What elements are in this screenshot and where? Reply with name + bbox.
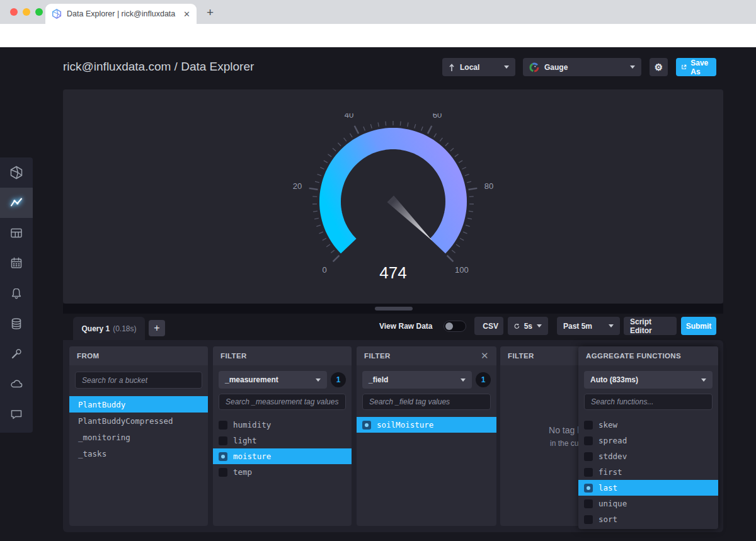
window-zoom-button[interactable] bbox=[35, 8, 43, 16]
window-period-label: Auto (833ms) bbox=[590, 375, 638, 384]
window-minimize-button[interactable] bbox=[23, 8, 30, 16]
checkbox[interactable] bbox=[219, 452, 227, 461]
bucket-item[interactable]: _tasks bbox=[69, 445, 208, 462]
sidebar-item-usage-cloud[interactable] bbox=[0, 369, 33, 399]
function-item[interactable]: skew bbox=[578, 417, 718, 433]
bucket-item[interactable]: _monitoring bbox=[69, 429, 208, 445]
checkbox[interactable] bbox=[584, 499, 593, 508]
sidebar-item-dashboards[interactable] bbox=[0, 218, 33, 248]
from-title: FROM bbox=[77, 352, 99, 360]
field-item-label: soilMoisture bbox=[377, 420, 433, 430]
browser-tab-bar: Data Explorer | rick@influxdata ✕ + bbox=[0, 0, 756, 24]
submit-label: Submit bbox=[686, 322, 712, 331]
measurement-item[interactable]: light bbox=[213, 433, 352, 448]
csv-download-button[interactable]: CSV bbox=[474, 317, 503, 335]
bucket-item[interactable]: PlantBuddy bbox=[69, 396, 208, 413]
tag-key-dropdown[interactable]: _field bbox=[362, 371, 472, 389]
sidebar-item-alerts-bell[interactable] bbox=[0, 278, 33, 309]
tab-title: Data Explorer | rick@influxdata bbox=[67, 9, 178, 18]
add-query-button[interactable]: + bbox=[149, 320, 165, 336]
field-item[interactable]: soilMoisture bbox=[357, 417, 496, 433]
function-item[interactable]: unique bbox=[578, 496, 718, 511]
function-item-label: skew bbox=[598, 420, 617, 430]
filter-title: FILTER bbox=[364, 352, 391, 360]
timezone-pin-icon bbox=[449, 63, 455, 72]
window-close-button[interactable] bbox=[10, 8, 18, 16]
measurement-item-label: moisture bbox=[233, 452, 271, 461]
close-icon[interactable]: ✕ bbox=[481, 350, 489, 362]
sidebar-item-data-explorer[interactable] bbox=[0, 188, 33, 218]
measurement-item[interactable]: humidity bbox=[213, 417, 352, 433]
chevron-down-icon bbox=[701, 379, 706, 382]
browser-tab[interactable]: Data Explorer | rick@influxdata ✕ bbox=[45, 4, 197, 24]
checkbox[interactable] bbox=[584, 484, 593, 493]
viz-type-label: Gauge bbox=[544, 63, 568, 72]
measurement-item[interactable]: temp bbox=[213, 464, 352, 480]
function-item-label: last bbox=[598, 483, 617, 493]
sidebar-item-influxdb-logo[interactable] bbox=[0, 157, 33, 188]
script-editor-label: Script Editor bbox=[630, 317, 670, 335]
function-item[interactable]: sort bbox=[578, 511, 718, 527]
chevron-down-icon bbox=[504, 65, 509, 69]
function-item-label: stddev bbox=[598, 452, 627, 461]
influxdb-logo-icon bbox=[9, 166, 23, 179]
bucket-item-label: _tasks bbox=[78, 449, 106, 458]
function-item[interactable]: first bbox=[578, 464, 718, 480]
time-range-dropdown[interactable]: Past 5m bbox=[557, 317, 620, 335]
checkbox[interactable] bbox=[584, 515, 593, 524]
tag-key-label: _measurement bbox=[225, 375, 278, 384]
panel-resizer[interactable] bbox=[63, 304, 723, 314]
function-item[interactable]: stddev bbox=[578, 448, 718, 464]
timezone-dropdown[interactable]: Local bbox=[442, 58, 515, 76]
script-editor-button[interactable]: Script Editor bbox=[624, 317, 677, 335]
checkbox[interactable] bbox=[219, 421, 227, 430]
selected-count-badge: 1 bbox=[476, 372, 491, 387]
checkbox[interactable] bbox=[584, 436, 593, 445]
checkbox[interactable] bbox=[219, 468, 227, 477]
panel-header: FILTER bbox=[213, 346, 352, 365]
drag-handle[interactable] bbox=[375, 307, 413, 310]
visualization-type-dropdown[interactable]: Gauge bbox=[523, 58, 641, 76]
tag-key-dropdown[interactable]: _measurement bbox=[219, 371, 327, 389]
save-as-button[interactable]: Save As bbox=[676, 58, 716, 76]
page-title: rick@influxdata.com / Data Explorer bbox=[63, 60, 254, 74]
function-search-input[interactable] bbox=[584, 394, 713, 410]
field-list: soilMoisture bbox=[357, 417, 496, 433]
chevron-down-icon bbox=[630, 65, 635, 69]
time-range-label: Past 5m bbox=[563, 322, 592, 331]
tab-close-icon[interactable]: ✕ bbox=[183, 9, 190, 19]
bucket-search-input[interactable] bbox=[75, 372, 202, 389]
window-period-dropdown[interactable]: Auto (833ms) bbox=[584, 371, 713, 389]
sidebar-item-tasks-calendar[interactable] bbox=[0, 248, 33, 278]
query-tab[interactable]: Query 1 (0.18s) bbox=[73, 317, 145, 340]
settings-gear-button[interactable]: ⚙ bbox=[650, 58, 668, 76]
checkbox[interactable] bbox=[219, 436, 227, 445]
sidebar-item-load-data-database[interactable] bbox=[0, 309, 33, 339]
measurement-item[interactable]: moisture bbox=[213, 448, 352, 464]
checkbox[interactable] bbox=[584, 452, 593, 461]
panel-header: FILTER ✕ bbox=[357, 346, 496, 365]
bucket-item-label: _monitoring bbox=[78, 433, 130, 442]
new-tab-button[interactable]: + bbox=[207, 6, 214, 20]
checkbox[interactable] bbox=[584, 421, 593, 430]
checkbox[interactable] bbox=[362, 421, 371, 430]
filter-title: FILTER bbox=[220, 352, 247, 360]
checkbox[interactable] bbox=[584, 468, 593, 477]
measurement-search-input[interactable] bbox=[219, 394, 346, 410]
view-raw-data-toggle[interactable] bbox=[444, 321, 466, 332]
sidebar-item-feedback-chat[interactable] bbox=[0, 399, 33, 430]
feedback-chat-icon bbox=[9, 407, 23, 421]
auto-refresh-dropdown[interactable]: 5s bbox=[508, 317, 548, 335]
measurement-item-label: light bbox=[233, 436, 257, 445]
submit-button[interactable]: Submit bbox=[681, 317, 716, 335]
alerts-bell-icon bbox=[9, 287, 23, 300]
panel-header: AGGREGATE FUNCTIONS bbox=[578, 346, 718, 365]
function-item[interactable]: spread bbox=[578, 433, 718, 448]
function-list: skewspreadstddevfirstlastuniquesort bbox=[578, 417, 718, 527]
function-item[interactable]: last bbox=[578, 480, 718, 496]
sidebar-item-settings-wrench[interactable] bbox=[0, 339, 33, 369]
bucket-item[interactable]: PlantBuddyCompressed bbox=[69, 413, 208, 429]
gauge-chart: 020406080100474 bbox=[229, 113, 557, 296]
field-search-input[interactable] bbox=[362, 394, 491, 410]
gauge-value: 474 bbox=[379, 263, 406, 282]
